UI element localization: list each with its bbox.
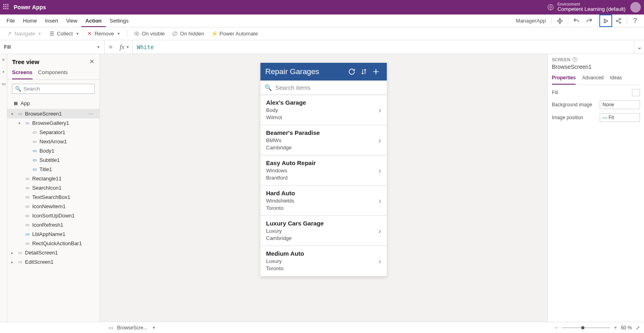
share-icon[interactable] <box>612 14 625 27</box>
tree-node[interactable]: ▾▭BrowseScreen1⋯ <box>7 109 99 118</box>
item-body: Toronto <box>266 205 378 212</box>
tree-node[interactable]: ▭IconRefresh1 <box>7 220 99 230</box>
menu-insert[interactable]: Insert <box>41 14 62 27</box>
list-item[interactable]: Luxury Cars GarageLuxuryCambridge› <box>260 216 387 246</box>
app-search-row[interactable]: 🔍 Search items <box>260 81 387 95</box>
list-item[interactable]: Alex's GarageBodyWilmot› <box>260 95 387 125</box>
chevron-right-icon[interactable]: › <box>378 256 381 266</box>
item-title: Beamer's Paradise <box>266 129 378 136</box>
tree-node[interactable]: ▭Body1 <box>7 146 99 155</box>
waffle-icon[interactable] <box>3 4 10 10</box>
fx-label[interactable]: fx▼ <box>117 40 133 54</box>
tree-search-input[interactable]: 🔍 Search <box>12 84 95 94</box>
help-icon[interactable]: ? <box>629 14 642 27</box>
redo-icon[interactable] <box>583 14 596 27</box>
sort-icon[interactable] <box>358 68 370 75</box>
chevron-right-icon[interactable]: ▸ <box>11 251 15 255</box>
tab-advanced[interactable]: Advanced <box>582 73 603 85</box>
on-hidden-button[interactable]: On hidden <box>169 29 207 38</box>
chevron-right-icon[interactable]: › <box>378 136 381 145</box>
chevron-down-icon[interactable]: ▾ <box>19 121 23 125</box>
formula-expand-icon[interactable]: ⌄ <box>634 43 644 51</box>
refresh-icon[interactable] <box>346 68 358 76</box>
list-item[interactable]: Beamer's ParadiseBMWsCambridge› <box>260 125 387 155</box>
info-icon[interactable]: ? <box>572 57 577 62</box>
rail-icon[interactable]: ≡ <box>2 57 4 62</box>
tree-node[interactable]: ▭Separator1 <box>7 128 99 137</box>
property-dropdown[interactable]: Fill ▼ <box>0 40 105 54</box>
chevron-right-icon[interactable]: › <box>378 105 381 115</box>
tree-node[interactable]: ▭Rectangle11 <box>7 174 99 183</box>
avatar[interactable] <box>630 2 641 12</box>
img-pos-dropdown[interactable]: ▭ Fit <box>600 113 640 122</box>
close-icon[interactable]: ✕ <box>89 58 95 65</box>
menu-file[interactable]: File <box>2 14 19 27</box>
zoom-out-icon[interactable]: − <box>555 325 558 331</box>
tree-node[interactable]: ▭IconSortUpDown1 <box>7 211 99 220</box>
tree-label: Body1 <box>39 148 54 154</box>
section-label: SCREEN <box>552 57 570 62</box>
control-icon: ▭ <box>32 167 37 172</box>
app-name-label[interactable]: ManagerApp <box>512 14 550 27</box>
tab-ideas[interactable]: Ideas <box>610 73 622 85</box>
list-item[interactable]: Medium AutoLuxuryToronto› <box>260 246 387 276</box>
rail-icon[interactable]: ▭ <box>2 81 6 87</box>
rail-icon[interactable]: + <box>2 69 4 74</box>
collect-button[interactable]: ☰ Collect ▼ <box>45 29 83 38</box>
tab-components[interactable]: Components <box>38 67 68 79</box>
more-icon[interactable]: ⋯ <box>89 111 96 117</box>
control-icon: ▭ <box>25 120 30 126</box>
tree-node[interactable]: ▭RectQuickActionBar1 <box>7 239 99 248</box>
formula-input[interactable]: White <box>133 40 634 54</box>
environment-selector[interactable]: Environment Competent Learning (default) <box>547 2 625 12</box>
tree-node[interactable]: ▸▭EditScreen1 <box>7 257 99 267</box>
chevron-right-icon[interactable]: › <box>378 196 381 205</box>
undo-icon[interactable] <box>570 14 583 27</box>
menu-settings[interactable]: Settings <box>106 14 133 27</box>
tree-node[interactable]: ▭IconNewItem1 <box>7 202 99 211</box>
fill-color-swatch[interactable] <box>632 89 640 96</box>
breadcrumb[interactable]: BrowseScre... <box>117 325 147 331</box>
list-item[interactable]: Easy Auto RepairWindowsBrantford› <box>260 155 387 186</box>
chevron-down-icon: ▼ <box>126 45 130 49</box>
tree-node[interactable]: ▾▭BrowseGallery1 <box>7 118 99 128</box>
tab-properties[interactable]: Properties <box>552 73 576 85</box>
tree-node[interactable]: ▭SearchIcon1 <box>7 183 99 192</box>
chevron-right-icon[interactable]: ▸ <box>11 260 15 264</box>
on-visible-button[interactable]: On visible <box>130 29 168 38</box>
chevron-right-icon[interactable]: › <box>378 166 381 175</box>
control-icon: ▭ <box>32 148 37 154</box>
power-automate-button[interactable]: ⚡ Power Automate <box>208 29 261 38</box>
tab-screens[interactable]: Screens <box>12 67 33 79</box>
tree-node[interactable]: ▭LblAppName1 <box>7 230 99 239</box>
menu-home[interactable]: Home <box>19 14 41 27</box>
chevron-right-icon[interactable]: › <box>378 226 381 236</box>
bg-image-dropdown[interactable]: None <box>600 100 640 109</box>
zoom-slider[interactable] <box>562 327 610 328</box>
eye-icon <box>134 31 140 37</box>
menu-action[interactable]: Action <box>81 14 105 27</box>
menu-view[interactable]: View <box>62 14 81 27</box>
tree-node-app[interactable]: ▦ App <box>7 98 99 109</box>
tree-node[interactable]: ▭TextSearchBox1 <box>7 192 99 202</box>
preview-play-icon[interactable] <box>599 14 612 27</box>
status-bar: ▭ BrowseScre... ▼ − + 60 % ⤢ <box>0 322 644 333</box>
canvas-area[interactable]: Repair Garages 🔍 Search items Alex's Gar… <box>100 54 547 322</box>
fit-screen-icon[interactable]: ⤢ <box>636 325 640 331</box>
remove-button[interactable]: ✕ Remove ▼ <box>83 29 124 38</box>
list-item[interactable]: Hard AutoWindshieldsToronto› <box>260 186 387 216</box>
app-preview-header: Repair Garages <box>260 63 387 81</box>
tree-label: Subtitle1 <box>39 157 60 163</box>
tree-node[interactable]: ▭Subtitle1 <box>7 155 99 165</box>
item-subtitle: Windshields <box>266 197 378 205</box>
tree-node[interactable]: ▸▭DetailScreen1 <box>7 248 99 257</box>
tree-label: App <box>21 100 30 106</box>
tree-node[interactable]: ▭NextArrow1 <box>7 137 99 146</box>
app-checker-icon[interactable] <box>553 14 566 27</box>
tree-node[interactable]: ▭Title1 <box>7 165 99 174</box>
navigate-button[interactable]: ↗ Navigate ▼ <box>3 29 45 38</box>
add-icon[interactable] <box>370 68 382 76</box>
zoom-in-icon[interactable]: + <box>614 325 617 331</box>
chevron-down-icon[interactable]: ▼ <box>152 326 156 330</box>
chevron-down-icon[interactable]: ▾ <box>11 112 15 116</box>
